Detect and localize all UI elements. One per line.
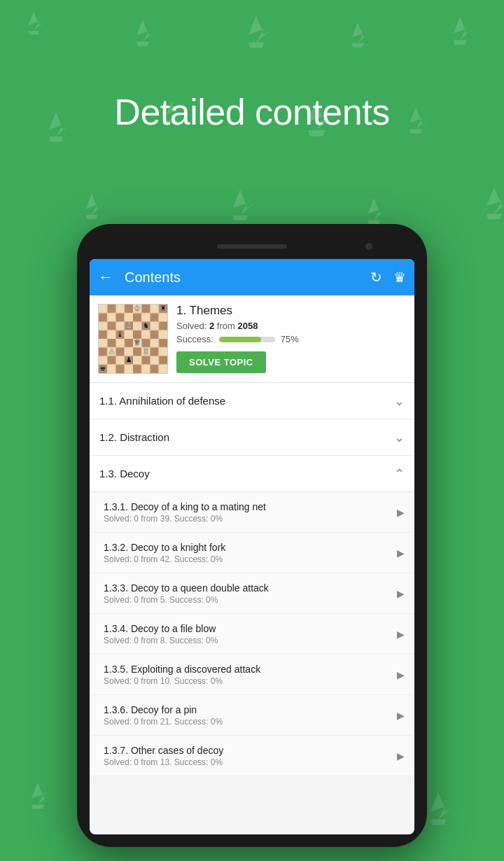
- sub-item-title-1-3-2: 1.3.2. Decoy to a knight fork: [104, 542, 391, 553]
- topic-info: 1. Themes Solved: 2 from 2058 Success: 7…: [176, 304, 406, 373]
- sub-item-1-3-5[interactable]: 1.3.5. Exploiting a discovered attack So…: [90, 654, 414, 695]
- section-label-1-2: 1.2. Distraction: [99, 431, 394, 443]
- topic-card: 1. Themes Solved: 2 from 2058 Success: 7…: [90, 295, 414, 383]
- topic-solved-text: Solved: 2 from 2058: [176, 321, 406, 331]
- phone-speaker: [217, 244, 287, 248]
- chevron-up-icon-1-3: ⌃: [394, 466, 405, 482]
- section-item-1-1[interactable]: 1.1. Annihilation of defense ⌄: [90, 383, 414, 419]
- phone-screen: ← Contents ↻ ♛ 1. Themes Solved: 2 from: [90, 259, 414, 834]
- play-icon-1-3-6: ▶: [397, 710, 405, 721]
- sub-item-meta-1-3-3: Solved: 0 from 5. Success: 0%: [104, 595, 391, 605]
- play-icon-1-3-5: ▶: [397, 669, 405, 680]
- sub-item-content-1-3-1: 1.3.1. Decoy of a king to a mating net S…: [104, 501, 391, 524]
- app-bar-icons: ↻ ♛: [370, 269, 406, 286]
- sub-item-1-3-3[interactable]: 1.3.3. Decoy to a queen double attack So…: [90, 573, 414, 614]
- section-label-1-1: 1.1. Annihilation of defense: [99, 395, 394, 407]
- success-label: Success:: [176, 334, 214, 344]
- scroll-content[interactable]: 1. Themes Solved: 2 from 2058 Success: 7…: [90, 295, 414, 834]
- sub-item-meta-1-3-5: Solved: 0 from 10. Success: 0%: [104, 676, 391, 686]
- play-icon-1-3-3: ▶: [397, 588, 405, 599]
- sub-item-content-1-3-2: 1.3.2. Decoy to a knight fork Solved: 0 …: [104, 542, 391, 564]
- sub-item-content-1-3-7: 1.3.7. Other cases of decoy Solved: 0 fr…: [104, 745, 391, 767]
- phone-camera: [365, 243, 372, 250]
- page-title: Detailed contents: [0, 91, 504, 133]
- sub-item-1-3-1[interactable]: 1.3.1. Decoy of a king to a mating net S…: [90, 492, 414, 533]
- back-button[interactable]: ←: [98, 268, 113, 286]
- sub-item-meta-1-3-6: Solved: 0 from 21. Success: 0%: [104, 717, 391, 727]
- success-percentage: 75%: [281, 334, 299, 344]
- success-row: Success: 75%: [176, 334, 406, 344]
- solve-topic-button[interactable]: SOLVE TOPIC: [176, 351, 266, 373]
- sub-item-content-1-3-3: 1.3.3. Decoy to a queen double attack So…: [104, 582, 391, 605]
- sub-item-title-1-3-7: 1.3.7. Other cases of decoy: [104, 745, 391, 756]
- phone-frame: ← Contents ↻ ♛ 1. Themes Solved: 2 from: [77, 224, 427, 847]
- sub-item-1-3-6[interactable]: 1.3.6. Decoy for a pin Solved: 0 from 21…: [90, 695, 414, 736]
- phone-top-bar: [90, 237, 414, 256]
- sub-item-meta-1-3-2: Solved: 0 from 42. Success: 0%: [104, 554, 391, 564]
- sub-item-1-3-2[interactable]: 1.3.2. Decoy to a knight fork Solved: 0 …: [90, 533, 414, 573]
- sub-item-meta-1-3-4: Solved: 0 from 8. Success: 0%: [104, 636, 391, 645]
- play-icon-1-3-7: ▶: [397, 750, 405, 762]
- topic-title: 1. Themes: [176, 304, 406, 318]
- play-icon-1-3-1: ▶: [397, 507, 405, 518]
- chevron-down-icon-1-1: ⌄: [394, 393, 405, 409]
- sub-item-meta-1-3-7: Solved: 0 from 13. Success: 0%: [104, 757, 391, 767]
- chevron-down-icon-1-2: ⌄: [394, 430, 405, 445]
- sub-item-1-3-4[interactable]: 1.3.4. Decoy to a file blow Solved: 0 fr…: [90, 614, 414, 654]
- sub-item-content-1-3-5: 1.3.5. Exploiting a discovered attack So…: [104, 664, 391, 686]
- sub-item-title-1-3-5: 1.3.5. Exploiting a discovered attack: [104, 664, 391, 675]
- sub-item-meta-1-3-1: Solved: 0 from 39. Success: 0%: [104, 514, 391, 524]
- butterfly-icon[interactable]: ♛: [393, 269, 406, 286]
- section-label-1-3: 1.3. Decoy: [99, 468, 394, 479]
- refresh-icon[interactable]: ↻: [370, 269, 382, 286]
- sub-item-title-1-3-6: 1.3.6. Decoy for a pin: [104, 704, 391, 715]
- chess-board-thumbnail: [98, 304, 168, 374]
- progress-bar: [219, 337, 275, 342]
- section-item-1-3[interactable]: 1.3. Decoy ⌃: [90, 456, 414, 492]
- play-icon-1-3-2: ▶: [397, 547, 405, 559]
- app-bar-title: Contents: [125, 270, 370, 286]
- sub-item-1-3-7[interactable]: 1.3.7. Other cases of decoy Solved: 0 fr…: [90, 736, 414, 776]
- sub-item-title-1-3-3: 1.3.3. Decoy to a queen double attack: [104, 582, 391, 594]
- sub-item-title-1-3-1: 1.3.1. Decoy of a king to a mating net: [104, 501, 391, 512]
- sub-item-content-1-3-6: 1.3.6. Decoy for a pin Solved: 0 from 21…: [104, 704, 391, 727]
- play-icon-1-3-4: ▶: [397, 629, 405, 640]
- progress-bar-fill: [219, 337, 261, 342]
- section-item-1-2[interactable]: 1.2. Distraction ⌄: [90, 419, 414, 456]
- sub-item-title-1-3-4: 1.3.4. Decoy to a file blow: [104, 623, 391, 634]
- sub-item-content-1-3-4: 1.3.4. Decoy to a file blow Solved: 0 fr…: [104, 623, 391, 645]
- app-bar: ← Contents ↻ ♛: [90, 259, 414, 295]
